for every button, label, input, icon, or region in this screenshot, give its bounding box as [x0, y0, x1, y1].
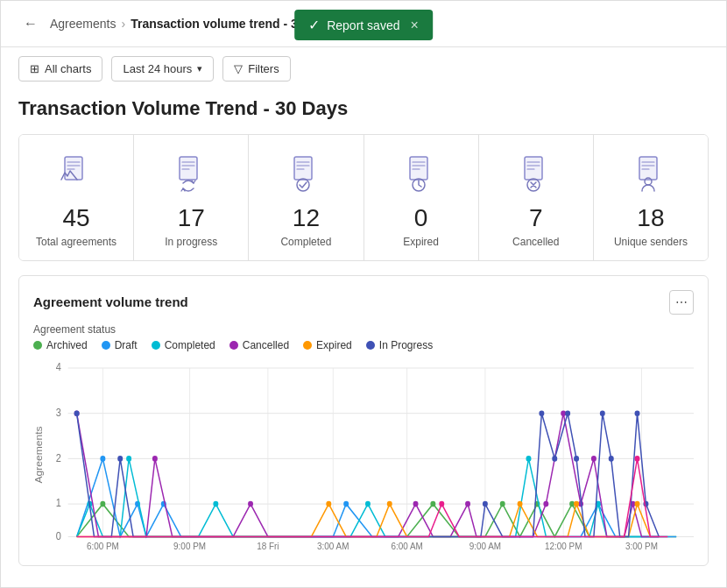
- svg-point-71: [539, 410, 544, 416]
- svg-point-51: [526, 456, 532, 462]
- legend-label-draft: Draft: [115, 339, 138, 351]
- svg-text:1: 1: [56, 498, 61, 509]
- svg-point-74: [574, 456, 579, 462]
- svg-point-45: [343, 501, 349, 507]
- filters-label: Filters: [248, 62, 279, 75]
- toast-close-button[interactable]: ×: [410, 18, 418, 33]
- stat-card-cancelled: 7 Cancelled: [479, 135, 594, 260]
- stat-card-expired: 0 Expired: [364, 135, 479, 260]
- time-filter-button[interactable]: Last 24 hours ▾: [111, 56, 214, 81]
- time-filter-label: Last 24 hours: [123, 62, 192, 75]
- svg-point-37: [100, 501, 105, 507]
- page-title: Transaction Volume Trend - 30 Days: [1, 90, 726, 134]
- svg-point-3: [297, 179, 309, 191]
- in-progress-dot: [366, 341, 375, 350]
- svg-rect-8: [639, 157, 657, 180]
- svg-point-64: [387, 501, 392, 507]
- legend-label-cancelled: Cancelled: [243, 339, 289, 351]
- svg-text:9:00 AM: 9:00 AM: [469, 541, 501, 551]
- send-doc-icon: [53, 151, 99, 196]
- svg-text:3:00 AM: 3:00 AM: [317, 541, 349, 551]
- toast-label: Report saved: [327, 18, 399, 32]
- svg-point-57: [465, 501, 470, 507]
- legend-item-expired: Expired: [303, 339, 352, 351]
- stat-card-unique-senders: 18 Unique senders: [594, 135, 708, 260]
- stat-label-cancelled: Cancelled: [512, 236, 559, 248]
- svg-text:12:00 PM: 12:00 PM: [545, 541, 582, 551]
- svg-text:3: 3: [56, 407, 61, 418]
- legend-item-completed: Completed: [152, 339, 215, 351]
- legend-label-archived: Archived: [46, 339, 88, 351]
- svg-text:4: 4: [56, 362, 62, 373]
- back-button[interactable]: ←: [18, 11, 43, 36]
- stat-number-in-progress: 17: [178, 205, 205, 232]
- stat-label-in-progress: In progress: [165, 236, 217, 248]
- all-charts-button[interactable]: ⊞ All charts: [18, 56, 102, 81]
- svg-point-38: [430, 501, 435, 507]
- stat-card-total: 45 Total agreements: [19, 135, 134, 260]
- person-doc-icon: [628, 151, 674, 196]
- stat-label-expired: Expired: [403, 236, 439, 248]
- svg-point-39: [500, 501, 505, 507]
- breadcrumb-link[interactable]: Agreements: [50, 17, 116, 31]
- stat-label-completed: Completed: [280, 236, 331, 248]
- chart-menu-button[interactable]: ⋯: [669, 290, 694, 315]
- stat-card-in-progress: 17 In progress: [134, 135, 249, 260]
- svg-rect-6: [525, 157, 542, 180]
- filters-button[interactable]: ▽ Filters: [222, 56, 290, 81]
- chart-title: Agreement volume trend: [33, 294, 188, 309]
- svg-rect-2: [294, 157, 312, 180]
- legend-label-in-progress: In Progress: [379, 339, 433, 351]
- draft-dot: [102, 341, 110, 350]
- svg-point-76: [609, 456, 614, 462]
- svg-text:6:00 AM: 6:00 AM: [391, 541, 422, 551]
- svg-point-56: [413, 501, 419, 507]
- expired-dot: [303, 341, 312, 350]
- svg-point-55: [248, 501, 253, 507]
- svg-point-68: [74, 410, 80, 416]
- cancelled-dot: [229, 341, 238, 350]
- svg-text:6:00 PM: 6:00 PM: [87, 541, 119, 551]
- filter-icon: ▽: [234, 62, 243, 75]
- x-doc-icon: [513, 151, 559, 196]
- svg-point-73: [565, 410, 570, 416]
- svg-point-67: [635, 501, 640, 507]
- stat-number-total: 45: [63, 205, 90, 232]
- svg-text:Agreements: Agreements: [33, 426, 43, 483]
- breadcrumb-separator: ›: [121, 17, 125, 31]
- stat-card-completed: 12 Completed: [249, 135, 364, 260]
- stat-number-completed: 12: [293, 205, 320, 232]
- stat-label-unique-senders: Unique senders: [614, 236, 688, 248]
- toast-notification: ✓ Report saved ×: [294, 10, 433, 40]
- legend-label-expired: Expired: [316, 339, 352, 351]
- all-charts-label: All charts: [45, 62, 91, 75]
- svg-point-72: [552, 456, 557, 462]
- chart-area: 4 3 2 1 0 Agreements 6:00 PM 9:00 PM 18 …: [33, 358, 694, 551]
- svg-point-79: [439, 501, 444, 507]
- toast-check-icon: ✓: [308, 17, 320, 33]
- toolbar: ⊞ All charts Last 24 hours ▾ ▽ Filters: [1, 47, 726, 90]
- stat-label-total: Total agreements: [36, 236, 116, 248]
- completed-dot: [152, 341, 160, 350]
- svg-point-77: [635, 410, 640, 416]
- stat-number-expired: 0: [414, 205, 428, 232]
- legend-label-completed: Completed: [165, 339, 215, 351]
- app-container: ← Agreements › Transaction volume trend …: [0, 0, 727, 588]
- stat-number-cancelled: 7: [529, 205, 543, 232]
- legend-item-cancelled: Cancelled: [229, 339, 289, 351]
- arrows-doc-icon: [168, 151, 214, 196]
- svg-text:0: 0: [56, 530, 61, 542]
- svg-point-48: [126, 456, 131, 462]
- legend-group-label: Agreement status: [33, 323, 116, 336]
- svg-point-80: [635, 456, 640, 462]
- check-doc-icon: [283, 151, 328, 196]
- svg-point-65: [518, 501, 523, 507]
- svg-point-63: [326, 501, 331, 507]
- svg-text:2: 2: [56, 452, 61, 464]
- svg-point-50: [365, 501, 371, 507]
- svg-point-42: [100, 456, 105, 462]
- svg-point-70: [483, 501, 488, 507]
- svg-text:9:00 PM: 9:00 PM: [173, 541, 206, 551]
- stats-row: 45 Total agreements 17 In progress: [18, 134, 709, 261]
- header: ← Agreements › Transaction volume trend …: [1, 1, 726, 47]
